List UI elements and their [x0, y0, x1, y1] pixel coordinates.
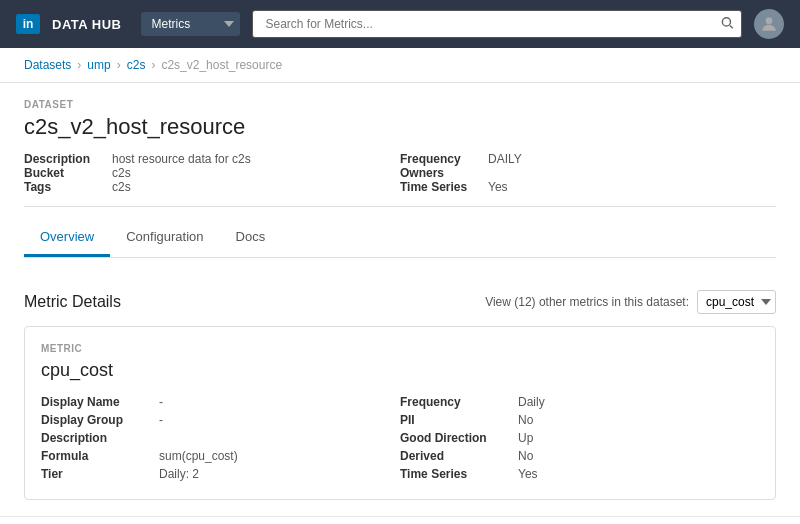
app-header: in DATA HUB Metrics Datasets Dashboards — [0, 0, 800, 48]
detail-tier-key: Tier — [41, 467, 151, 481]
dataset-info: DATASET c2s_v2_host_resource Description… — [0, 83, 800, 274]
detail-formula-val: sum(cpu_cost) — [159, 449, 238, 463]
search-bar — [252, 10, 742, 38]
detail-frequency-key: Frequency — [400, 395, 510, 409]
detail-display-group-key: Display Group — [41, 413, 151, 427]
breadcrumb-sep-1: › — [77, 58, 81, 72]
meta-owners-row: Owners — [400, 166, 776, 180]
meta-tags-val: c2s — [112, 180, 131, 194]
detail-display-name-key: Display Name — [41, 395, 151, 409]
metric-details-left: Display Name - Display Group - Descripti… — [41, 393, 400, 483]
detail-tier-val: Daily: 2 — [159, 467, 199, 481]
tab-configuration[interactable]: Configuration — [110, 219, 219, 257]
detail-frequency-val: Daily — [518, 395, 545, 409]
metric-details-section: Metric Details View (12) other metrics i… — [0, 274, 800, 516]
breadcrumb: Datasets › ump › c2s › c2s_v2_host_resou… — [0, 48, 800, 83]
dimensions-section: Dimensions Daily Name Description hostna… — [0, 516, 800, 524]
detail-display-name-val: - — [159, 395, 163, 409]
breadcrumb-current: c2s_v2_host_resource — [161, 58, 282, 72]
meta-description-val: host resource data for c2s — [112, 152, 251, 166]
detail-derived-key: Derived — [400, 449, 510, 463]
meta-tags-row: Tags c2s — [24, 180, 400, 194]
divider — [24, 206, 776, 207]
detail-good-direction-key: Good Direction — [400, 431, 510, 445]
category-select[interactable]: Metrics Datasets Dashboards — [141, 12, 240, 36]
detail-formula-row: Formula sum(cpu_cost) — [41, 447, 400, 465]
detail-tier-row: Tier Daily: 2 — [41, 465, 400, 483]
detail-good-direction-row: Good Direction Up — [400, 429, 759, 447]
meta-frequency-row: Frequency DAILY — [400, 152, 776, 166]
meta-bucket-val: c2s — [112, 166, 131, 180]
detail-timeseries-val: Yes — [518, 467, 538, 481]
view-other-label: View (12) other metrics in this dataset: — [485, 295, 689, 309]
svg-point-0 — [722, 18, 730, 26]
meta-left: Description host resource data for c2s B… — [24, 152, 400, 194]
metric-details-title: Metric Details — [24, 293, 121, 311]
detail-pii-row: PII No — [400, 411, 759, 429]
detail-timeseries-row: Time Series Yes — [400, 465, 759, 483]
detail-derived-row: Derived No — [400, 447, 759, 465]
meta-timeseries-val: Yes — [488, 180, 508, 194]
meta-owners-key: Owners — [400, 166, 480, 180]
svg-point-2 — [766, 17, 773, 24]
detail-pii-val: No — [518, 413, 533, 427]
tab-overview[interactable]: Overview — [24, 219, 110, 257]
metric-select[interactable]: cpu_cost — [697, 290, 776, 314]
breadcrumb-sep-2: › — [117, 58, 121, 72]
linkedin-logo: in — [16, 14, 40, 34]
detail-formula-key: Formula — [41, 449, 151, 463]
detail-description-row: Description — [41, 429, 400, 447]
search-button[interactable] — [720, 16, 734, 33]
dataset-label: DATASET — [24, 99, 776, 110]
metric-details-right: Frequency Daily PII No Good Direction Up… — [400, 393, 759, 483]
detail-description-key: Description — [41, 431, 151, 445]
detail-good-direction-val: Up — [518, 431, 533, 445]
detail-timeseries-key: Time Series — [400, 467, 510, 481]
app-title: DATA HUB — [52, 17, 121, 32]
dataset-title: c2s_v2_host_resource — [24, 114, 776, 140]
meta-description-key: Description — [24, 152, 104, 166]
detail-display-name-row: Display Name - — [41, 393, 400, 411]
breadcrumb-datasets[interactable]: Datasets — [24, 58, 71, 72]
detail-derived-val: No — [518, 449, 533, 463]
svg-line-1 — [730, 25, 733, 28]
tab-docs[interactable]: Docs — [220, 219, 282, 257]
metric-card-name: cpu_cost — [41, 360, 759, 381]
view-other-container: View (12) other metrics in this dataset:… — [485, 290, 776, 314]
metric-card: METRIC cpu_cost Display Name - Display G… — [24, 326, 776, 500]
meta-frequency-val: DAILY — [488, 152, 522, 166]
detail-pii-key: PII — [400, 413, 510, 427]
meta-timeseries-row: Time Series Yes — [400, 180, 776, 194]
meta-bucket-row: Bucket c2s — [24, 166, 400, 180]
dataset-meta: Description host resource data for c2s B… — [24, 152, 776, 194]
tabs: Overview Configuration Docs — [24, 219, 776, 258]
avatar[interactable] — [754, 9, 784, 39]
detail-display-group-val: - — [159, 413, 163, 427]
metric-details-grid: Display Name - Display Group - Descripti… — [41, 393, 759, 483]
breadcrumb-ump[interactable]: ump — [87, 58, 110, 72]
breadcrumb-sep-3: › — [151, 58, 155, 72]
metric-card-label: METRIC — [41, 343, 759, 354]
detail-display-group-row: Display Group - — [41, 411, 400, 429]
metric-details-header: Metric Details View (12) other metrics i… — [24, 290, 776, 314]
search-input[interactable] — [252, 10, 742, 38]
breadcrumb-c2s[interactable]: c2s — [127, 58, 146, 72]
meta-right: Frequency DAILY Owners Time Series Yes — [400, 152, 776, 194]
meta-timeseries-key: Time Series — [400, 180, 480, 194]
meta-description-row: Description host resource data for c2s — [24, 152, 400, 166]
meta-tags-key: Tags — [24, 180, 104, 194]
detail-frequency-row: Frequency Daily — [400, 393, 759, 411]
meta-frequency-key: Frequency — [400, 152, 480, 166]
meta-bucket-key: Bucket — [24, 166, 104, 180]
